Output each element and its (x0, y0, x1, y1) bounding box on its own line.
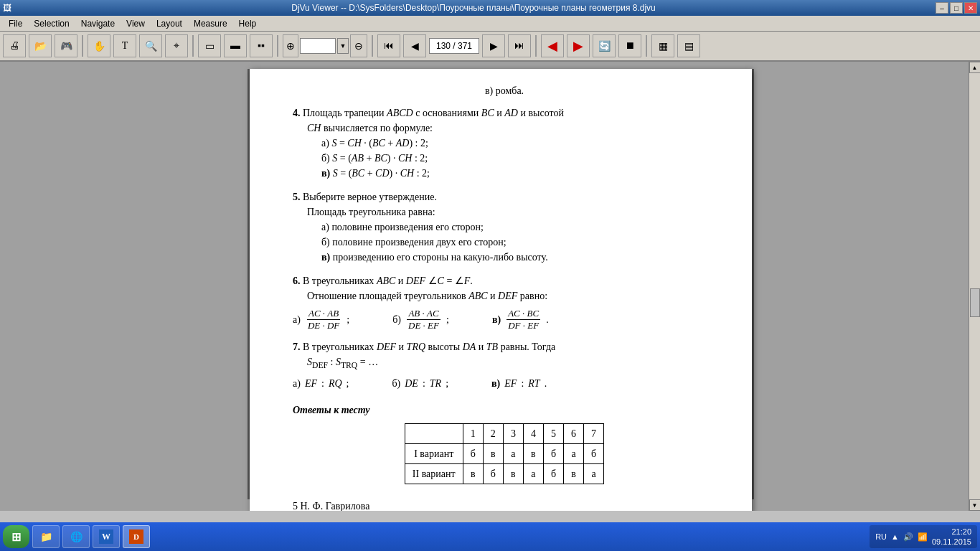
v2-a2: б (483, 464, 503, 484)
system-tray: RU ▲ 🔊 📶 21:20 09.11.2015 (870, 525, 977, 548)
v2-a5: б (543, 464, 563, 484)
next-page-button[interactable]: ▶ (482, 34, 505, 57)
djvu-icon: D (129, 529, 143, 544)
maximize-button[interactable]: □ (950, 2, 963, 14)
stop-btn[interactable]: ⏹ (618, 34, 641, 57)
q6-line2: Отношение площадей треугольников ABC и D… (307, 288, 716, 303)
table-header-empty (405, 424, 463, 444)
table-header-row: 1 2 3 4 5 6 7 (405, 424, 603, 444)
menu-view[interactable]: View (121, 17, 151, 30)
taskbar-djvu[interactable]: D (123, 525, 150, 548)
rect-tool[interactable]: ▭ (198, 34, 221, 57)
q5-line2: Площадь треугольника равна: (307, 204, 716, 220)
q6-v-label: в) (492, 312, 501, 327)
menu-help[interactable]: Help (233, 17, 263, 30)
v1-a4: в (523, 444, 543, 464)
open-button[interactable]: 📂 (29, 34, 52, 57)
two-page-tool[interactable]: ▪▪ (250, 34, 273, 57)
footer-text: 5 Н. Ф. Гаврилова (293, 501, 369, 511)
q5-v: в) произведению его стороны на какую-либ… (321, 250, 716, 265)
q6-b-frac: AB · AC DE · EF (407, 308, 440, 331)
hand-tool[interactable]: ✋ (88, 34, 110, 57)
menu-selection[interactable]: Selection (28, 17, 75, 30)
q4-a: а) S = CH · (BC + AD) : 2; (321, 136, 716, 151)
table-row-variant2: II вариант в б в а б в а (405, 464, 603, 484)
v1-a2: в (483, 444, 503, 464)
view-mode-btn[interactable]: ▦ (651, 34, 674, 57)
v1-a7: б (584, 444, 604, 464)
variant1-label: I вариант (405, 444, 463, 464)
clock-date: 09.11.2015 (932, 537, 971, 547)
word-icon: W (99, 529, 113, 544)
scroll-track (970, 73, 980, 511)
taskbar-explorer[interactable]: 📁 (32, 525, 60, 548)
q7-option-b: б) DE : TR; (392, 376, 448, 391)
scroll-thumb[interactable] (970, 288, 980, 317)
tray-speaker-icon: 🔊 (903, 532, 913, 542)
page-input[interactable] (429, 38, 479, 54)
prev-page-button[interactable]: ◀ (403, 34, 426, 57)
tray-network-icon: 📶 (918, 532, 928, 542)
q7-line1: 7. В треугольниках DEF и TRQ высоты DA и… (293, 339, 716, 354)
q7-option-v: в) EF : RT. (491, 376, 547, 391)
taskbar: ⊞ 📁 🌐 W D RU ▲ 🔊 📶 21:20 09.11.2015 (0, 522, 980, 551)
taskbar-chrome[interactable]: 🌐 (62, 525, 90, 548)
q5-a: а) половине произведения его сторон; (321, 220, 716, 235)
question-7: 7. В треугольниках DEF и TRQ высоты DA и… (293, 339, 716, 391)
select-tool[interactable]: ⌖ (165, 34, 188, 57)
separator2 (192, 35, 194, 57)
print-button[interactable]: 🖨 (3, 34, 26, 57)
scroll-up-button[interactable]: ▲ (969, 62, 981, 73)
gamepad-button[interactable]: 🎮 (55, 34, 77, 57)
v2-a3: в (503, 464, 523, 484)
taskbar-word[interactable]: W (93, 525, 120, 548)
separator3 (277, 35, 278, 57)
table-col-3: 3 (503, 424, 523, 444)
menu-measure[interactable]: Measure (188, 17, 233, 30)
explorer-icon: 📁 (39, 529, 53, 544)
zoom-dropdown[interactable]: ▼ (337, 38, 349, 54)
answers-table-container: 1 2 3 4 5 6 7 I вариант б (293, 423, 716, 484)
q5-line1: 5. Выберите верное утверждение. (293, 189, 716, 204)
zoom-in-button[interactable]: 🔍 (139, 34, 162, 57)
question-6: 6. В треугольниках ABC и DEF ∠C = ∠F. От… (293, 273, 716, 331)
v1-a6: а (564, 444, 584, 464)
q7-option-a: а) EF : RQ; (293, 376, 349, 391)
forward-btn2[interactable]: ▶ (567, 34, 590, 57)
q6-v-dot: . (546, 312, 549, 327)
zoom-out-btn[interactable]: ⊖ (350, 34, 367, 57)
close-button[interactable]: ✕ (964, 2, 977, 14)
page-box (429, 38, 479, 54)
vertical-scrollbar: ▲ ▼ (969, 62, 980, 511)
menu-navigate[interactable]: Navigate (75, 17, 121, 30)
toolbar: 🖨 📂 🎮 ✋ T 🔍 ⌖ ▭ ▬ ▪▪ ⊕ 150% ▼ ⊖ ⏮ ◀ ▶ ⏭ … (0, 32, 980, 62)
q5-num: 5. (293, 192, 301, 202)
q6-b-label: б) (392, 312, 401, 327)
menu-layout[interactable]: Layout (151, 17, 188, 30)
titlebar: 🖼 DjVu Viewer -- D:\SysFolders\Desktop\П… (0, 0, 980, 16)
zoom-box: ⊕ 150% ▼ ⊖ (283, 34, 367, 57)
first-page-button[interactable]: ⏮ (377, 34, 400, 57)
v1-a1: б (463, 444, 483, 464)
last-page-button[interactable]: ⏭ (508, 34, 531, 57)
chrome-icon: 🌐 (69, 529, 83, 544)
q6-options: а) AC · AB DE · DF ; б) AB · AC (293, 308, 716, 331)
zoom-input[interactable]: 150% (300, 38, 336, 54)
thumbnails-btn[interactable]: ▤ (677, 34, 700, 57)
menu-file[interactable]: File (3, 17, 28, 30)
scroll-down-button[interactable]: ▼ (969, 499, 981, 511)
separator5 (535, 35, 537, 57)
prev-btn2[interactable]: ◀ (541, 34, 564, 57)
q4-num: 4. (293, 108, 301, 118)
v1-a5: б (543, 444, 563, 464)
refresh-btn[interactable]: 🔄 (593, 34, 616, 57)
tray-arrow: ▲ (891, 532, 899, 541)
text-tool[interactable]: T (113, 34, 136, 57)
variant2-label: II вариант (405, 464, 463, 484)
full-page-tool[interactable]: ▬ (224, 34, 247, 57)
minimize-button[interactable]: – (936, 2, 948, 14)
left-sidebar (0, 62, 22, 511)
start-button[interactable]: ⊞ (3, 525, 29, 548)
q4-line2: CH вычисляется по формуле: (307, 121, 716, 136)
v2-a6: в (564, 464, 584, 484)
